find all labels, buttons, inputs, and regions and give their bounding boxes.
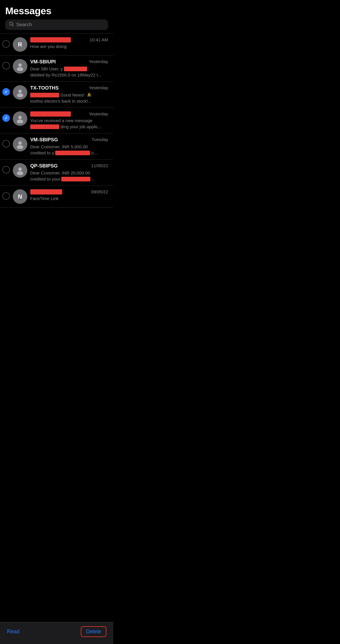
message-header: QP-SBIPSG11/05/22 [30, 163, 108, 169]
message-content: VM-SBIUPIYesterdayDear SBI User, ydebite… [30, 59, 108, 78]
message-item[interactable]: ✓ YesterdayYou've received a new message… [0, 108, 113, 133]
avatar [13, 137, 27, 151]
preview-text: credited to your [30, 176, 60, 182]
sender-name [30, 37, 87, 42]
redacted-preview [30, 124, 59, 129]
message-preview: You've received a new messageding your j… [30, 117, 108, 130]
message-time: Yesterday [89, 85, 108, 90]
message-content: 09/05/22FaceTime Link [30, 189, 108, 201]
preview-text: credited to y [30, 150, 54, 156]
message-content: VM-SBIPSGTuesdayDear Customer, INR 5,000… [30, 137, 108, 156]
redacted-preview [61, 177, 90, 181]
message-checkbox[interactable] [2, 140, 10, 147]
message-header: VM-SBIUPIYesterday [30, 59, 108, 65]
svg-point-2 [18, 63, 22, 67]
message-preview: Dear SBI User, ydebited by Rs1500.0 on 1… [30, 66, 108, 78]
message-time: Yesterday [89, 59, 108, 64]
person-icon [13, 163, 27, 178]
person-icon [13, 59, 27, 74]
preview-text: toothsi electro's back in stock!... [30, 98, 108, 104]
message-checkbox[interactable]: ✓ [2, 114, 10, 122]
mute-icon: 🔔 [87, 92, 92, 97]
avatar [13, 163, 27, 178]
preview-text: Good News! [60, 92, 85, 98]
sender-name: QP-SBIPSG [30, 163, 89, 169]
svg-point-3 [17, 67, 23, 71]
message-time: 11/05/22 [91, 163, 108, 168]
message-header: 09/05/22 [30, 189, 108, 195]
message-checkbox[interactable] [2, 62, 10, 69]
message-content: TX-TOOTHSYesterdayGood News!🔔toothsi ele… [30, 85, 108, 104]
message-checkbox[interactable] [2, 192, 10, 200]
redacted-name [30, 189, 62, 195]
preview-text: Dear SBI User, y [30, 66, 63, 72]
preview-text: You've received a new message [30, 117, 108, 124]
svg-line-1 [12, 25, 14, 26]
sender-name: VM-SBIPSG [30, 137, 89, 143]
redacted-preview [64, 67, 87, 71]
avatar [13, 59, 27, 74]
search-input-placeholder: Search [16, 22, 32, 28]
svg-point-10 [18, 167, 22, 171]
svg-point-4 [18, 90, 22, 93]
checkmark-icon: ✓ [4, 116, 8, 120]
page-title: Messages [0, 0, 113, 19]
redacted-name [30, 37, 71, 42]
person-icon [13, 111, 27, 126]
message-header: TX-TOOTHSYesterday [30, 85, 108, 91]
redacted-preview [30, 93, 59, 97]
message-time: Yesterday [89, 111, 108, 116]
message-item[interactable]: VM-SBIPSGTuesdayDear Customer, INR 5,000… [0, 133, 113, 160]
avatar: R [13, 37, 27, 52]
preview-text: Dear Customer, INR 20,000.00 [30, 170, 108, 176]
message-item[interactable]: ✓ TX-TOOTHSYesterdayGood News!🔔toothsi e… [0, 82, 113, 108]
preview-text: FaceTime Link [30, 195, 108, 201]
sender-name [30, 111, 87, 117]
sender-name [30, 189, 89, 195]
message-time: 10:41 AM [90, 37, 108, 42]
messages-list: R10:41 AMHow are you doing VM-SBIUPIYest… [0, 33, 113, 208]
svg-point-8 [18, 141, 22, 145]
message-preview: Good News!🔔toothsi electro's back in sto… [30, 92, 108, 104]
preview-text: Dear Customer, INR 5,000.00 [30, 144, 108, 150]
message-checkbox[interactable]: ✓ [2, 88, 10, 96]
message-item[interactable]: QP-SBIPSG11/05/22Dear Customer, INR 20,0… [0, 160, 113, 186]
message-header: Yesterday [30, 111, 108, 117]
redacted-name [30, 111, 71, 117]
message-item[interactable]: R10:41 AMHow are you doing [0, 34, 113, 56]
message-time: Tuesday [92, 137, 108, 142]
message-content: QP-SBIPSG11/05/22Dear Customer, INR 20,0… [30, 163, 108, 182]
message-header: 10:41 AM [30, 37, 108, 42]
message-checkbox[interactable] [2, 166, 10, 174]
search-icon [9, 22, 14, 28]
message-content: YesterdayYou've received a new messagedi… [30, 111, 108, 130]
sender-name: TX-TOOTHS [30, 85, 87, 91]
avatar: N [13, 189, 27, 204]
person-icon [13, 85, 27, 100]
preview-text: ding your job applic... [60, 124, 102, 130]
message-time: 09/05/22 [91, 189, 108, 194]
person-icon [13, 137, 27, 151]
message-preview: How are you doing [30, 43, 108, 49]
avatar [13, 111, 27, 126]
svg-point-7 [17, 119, 23, 123]
svg-point-9 [17, 145, 23, 149]
message-preview: Dear Customer, INR 20,000.00credited to … [30, 170, 108, 182]
svg-point-5 [17, 93, 23, 97]
message-content: 10:41 AMHow are you doing [30, 37, 108, 49]
sender-name: VM-SBIUPI [30, 59, 87, 65]
preview-text: debited by Rs1500.0 on 18May22 t... [30, 72, 108, 78]
message-preview: FaceTime Link [30, 195, 108, 201]
search-bar[interactable]: Search [5, 19, 108, 30]
svg-point-11 [17, 171, 23, 175]
message-preview: Dear Customer, INR 5,000.00credited to y… [30, 144, 108, 156]
message-header: VM-SBIPSGTuesday [30, 137, 108, 143]
checkmark-icon: ✓ [4, 90, 8, 94]
avatar [13, 85, 27, 100]
preview-text: ... [92, 176, 95, 182]
message-item[interactable]: N09/05/22FaceTime Link [0, 186, 113, 208]
message-item[interactable]: VM-SBIUPIYesterdayDear SBI User, ydebite… [0, 56, 113, 82]
message-checkbox[interactable] [2, 40, 10, 48]
redacted-preview [55, 151, 90, 155]
svg-point-6 [18, 116, 22, 119]
